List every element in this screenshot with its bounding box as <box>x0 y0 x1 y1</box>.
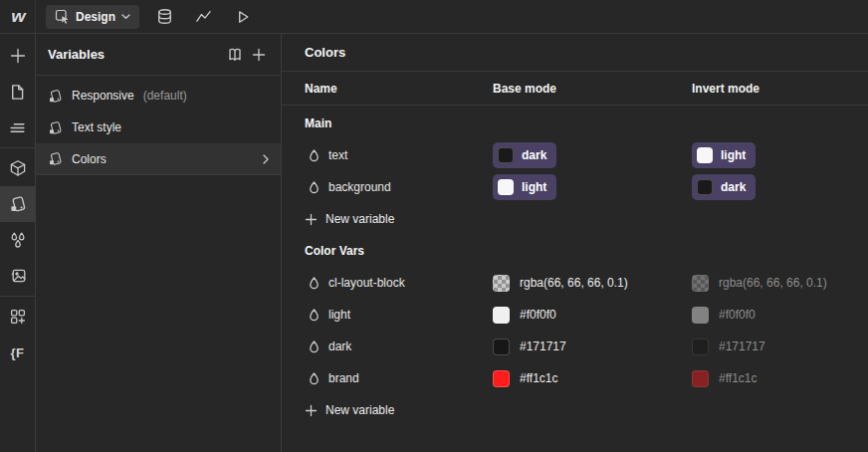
droplet-icon <box>309 149 320 162</box>
alias-label: light <box>522 180 546 194</box>
colors-collection-panel: Colors Name Base mode Invert mode Main t… <box>282 34 868 452</box>
analytics-icon[interactable] <box>189 3 217 31</box>
base-mode-value-pill[interactable]: light <box>493 174 556 200</box>
section-label: Main <box>305 116 493 130</box>
variables-swatch-icon <box>48 120 63 135</box>
components-cube-icon[interactable] <box>0 150 36 186</box>
rail-divider <box>0 296 36 297</box>
variable-name: light <box>328 308 350 322</box>
variable-row-background[interactable]: background light dark <box>282 171 868 203</box>
collection-item-responsive[interactable]: Responsive (default) <box>36 80 281 112</box>
invert-mode-value[interactable]: #171717 <box>692 339 868 355</box>
design-mode-button[interactable]: Design <box>46 5 139 29</box>
rail-divider <box>0 147 36 148</box>
variables-panel: Variables Responsive (default) <box>36 34 282 452</box>
alias-label: light <box>721 148 746 162</box>
variable-name: text <box>328 148 347 162</box>
navigator-icon[interactable] <box>0 110 36 145</box>
color-value: rgba(66, 66, 66, 0.1) <box>520 276 628 290</box>
invert-mode-value[interactable]: #ff1c1c <box>692 370 868 387</box>
new-variable-row-color-vars: New variable <box>282 394 868 426</box>
variables-swatch-icon <box>48 151 63 166</box>
collection-default-suffix: (default) <box>143 89 187 103</box>
column-header-name: Name <box>305 82 493 96</box>
base-mode-value-pill[interactable]: dark <box>493 142 556 168</box>
collection-item-colors[interactable]: Colors <box>36 143 281 175</box>
alias-label: dark <box>522 148 546 162</box>
variables-swatch-icon <box>48 89 63 104</box>
apps-grid-icon[interactable] <box>0 299 36 335</box>
styles-droplets-icon[interactable] <box>0 222 36 258</box>
collection-title: Colors <box>305 45 345 60</box>
color-swatch <box>692 370 709 387</box>
variables-table: Main text dark light background <box>282 106 868 426</box>
base-mode-value[interactable]: #f0f0f0 <box>493 307 692 324</box>
variables-panel-header: Variables <box>36 34 281 76</box>
collection-label: Text style <box>72 120 121 134</box>
invert-mode-value[interactable]: #f0f0f0 <box>692 307 868 324</box>
base-mode-value[interactable]: rgba(66, 66, 66, 0.1) <box>493 275 692 292</box>
cms-database-icon[interactable] <box>150 3 178 31</box>
variables-panel-title: Variables <box>48 47 105 62</box>
color-swatch <box>697 147 713 163</box>
variable-name: cl-layout-block <box>328 276 405 290</box>
column-header-base-mode: Base mode <box>493 82 692 96</box>
base-mode-value[interactable]: #171717 <box>493 339 692 355</box>
new-variable-label: New variable <box>326 403 394 417</box>
variable-row-light[interactable]: light #f0f0f0 #f0f0f0 <box>282 299 868 331</box>
select-cursor-icon <box>55 9 70 24</box>
color-value: #171717 <box>719 339 765 353</box>
variable-row-text[interactable]: text dark light <box>282 139 868 171</box>
base-mode-value[interactable]: #ff1c1c <box>493 370 692 387</box>
color-swatch <box>493 275 510 292</box>
color-swatch <box>493 370 510 387</box>
variable-row-cl-layout-block[interactable]: cl-layout-block rgba(66, 66, 66, 0.1) rg… <box>282 267 868 299</box>
preview-play-icon[interactable] <box>228 3 256 31</box>
webflow-logo[interactable]: w <box>0 0 36 33</box>
color-value: #f0f0f0 <box>520 308 556 322</box>
color-swatch <box>498 147 514 163</box>
variable-row-brand[interactable]: brand #ff1c1c #ff1c1c <box>282 362 868 394</box>
pages-icon[interactable] <box>0 74 36 110</box>
chevron-right-icon <box>263 154 269 164</box>
droplet-icon <box>309 372 320 385</box>
new-variable-button[interactable]: New variable <box>305 403 493 417</box>
droplet-icon <box>309 309 320 322</box>
section-row-main: Main <box>282 108 868 139</box>
topbar: w Design <box>0 0 868 34</box>
color-value: #ff1c1c <box>719 371 757 385</box>
color-swatch <box>692 275 709 292</box>
color-swatch <box>493 339 510 355</box>
variables-swatch-icon[interactable] <box>0 186 36 222</box>
droplet-icon <box>309 181 320 194</box>
collection-item-text-style[interactable]: Text style <box>36 112 281 143</box>
webflow-logo-glyph: w <box>11 8 24 26</box>
finsweet-label: {F <box>11 345 25 360</box>
droplet-icon <box>309 340 320 353</box>
invert-mode-value-pill[interactable]: dark <box>692 174 756 200</box>
variable-row-dark[interactable]: dark #171717 #171717 <box>282 331 868 362</box>
new-variable-button[interactable]: New variable <box>305 212 493 226</box>
invert-mode-value[interactable]: rgba(66, 66, 66, 0.1) <box>692 275 868 292</box>
invert-mode-value-pill[interactable]: light <box>692 142 756 168</box>
library-book-icon[interactable] <box>223 43 247 67</box>
variable-collections-list: Responsive (default) Text style Colors <box>36 76 281 175</box>
webflow-designer-window: w Design <box>0 0 868 452</box>
color-value: rgba(66, 66, 66, 0.1) <box>719 276 827 290</box>
variable-name: brand <box>328 371 359 385</box>
section-row-color-vars: Color Vars <box>282 235 868 267</box>
assets-image-icon[interactable] <box>0 258 36 294</box>
new-variable-row-main: New variable <box>282 203 868 235</box>
color-swatch <box>493 307 510 324</box>
color-value: #ff1c1c <box>520 371 557 385</box>
collection-label: Colors <box>72 152 107 166</box>
finsweet-extension-icon[interactable]: {F <box>0 335 36 370</box>
add-collection-icon[interactable] <box>247 43 271 67</box>
color-swatch <box>498 179 514 195</box>
add-element-icon[interactable] <box>0 38 36 74</box>
collection-header: Colors <box>282 34 868 72</box>
color-value: #f0f0f0 <box>719 308 756 322</box>
collection-label: Responsive <box>72 89 134 103</box>
plus-icon <box>305 213 318 226</box>
color-swatch <box>692 339 709 355</box>
